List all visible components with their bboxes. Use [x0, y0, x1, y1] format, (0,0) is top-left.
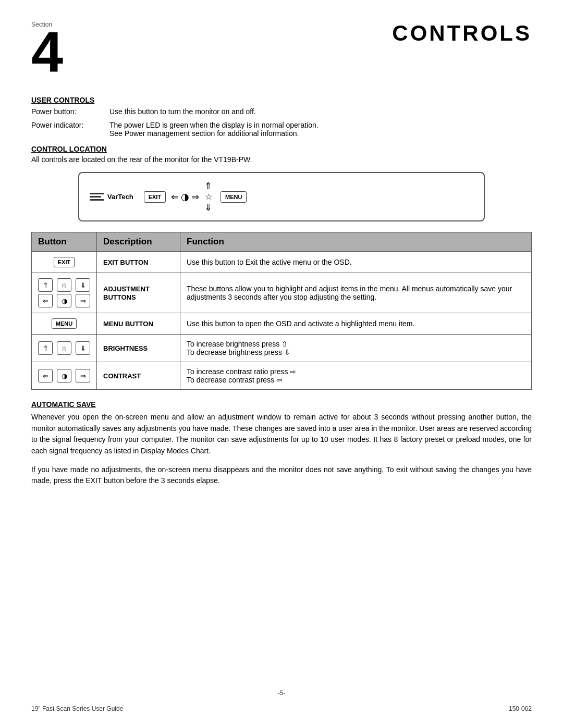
power-indicator-row: Power indicator: The power LED is green … — [31, 121, 532, 138]
monitor-logo: VarTech — [90, 193, 133, 201]
down-btn-icon: ⇓ — [76, 278, 90, 292]
vartech-logo-icon — [90, 193, 104, 201]
logo-text: VarTech — [107, 193, 133, 201]
brightness-func-line1: To increase brightness press ⇧ — [187, 340, 525, 348]
adj-func-cell: These buttons allow you to highlight and… — [180, 273, 532, 313]
diagram-menu-btn: MENU — [221, 191, 247, 203]
contrast-right-icon: ⇒ — [76, 369, 90, 382]
adj-func-text: These buttons allow you to highlight and… — [187, 285, 512, 301]
table-row-contrast: ⇐ ◑ ⇒ CONTRAST To increase contrast rati… — [32, 362, 532, 390]
sun-btn-icon: ☆ — [57, 278, 71, 292]
menu-desc-label: MENU BUTTON — [103, 320, 153, 328]
contrast-btn-icon: ◑ — [57, 294, 71, 307]
exit-small-btn: EXIT — [54, 257, 75, 267]
logo-line-2 — [90, 196, 101, 198]
adj-buttons-grid: ⇑ ☆ ⇓ ⇐ ◑ ⇒ — [38, 278, 90, 307]
adj-row-bottom: ⇐ ◑ ⇒ — [38, 294, 90, 307]
diagram-updown: ⇑ ☆ ⇓ — [204, 180, 212, 213]
footer-left: 19" Fast Scan Series User Guide — [31, 705, 123, 712]
brightness-desc-label: BRIGHTNESS — [103, 344, 148, 352]
exit-btn-cell: EXIT — [32, 252, 97, 273]
right-arrow-icon: ⇒ — [191, 191, 199, 203]
exit-desc-label: EXIT BUTTON — [103, 258, 148, 266]
brightness-adj-row: ⇑ ☆ ⇓ — [38, 341, 90, 355]
contrast-adj-grid: ⇐ ◑ ⇒ — [38, 369, 90, 382]
down-arrow-icon: ⇓ — [204, 202, 212, 213]
footer-right: 150-062 — [509, 705, 532, 712]
power-button-text: Use this button to turn the monitor on a… — [109, 107, 532, 116]
power-indicator-label: Power indicator: — [31, 121, 109, 138]
exit-desc-cell: EXIT BUTTON — [97, 252, 180, 273]
contrast-left-icon: ⇐ — [38, 369, 53, 382]
contrast-icon: ◑ — [181, 191, 189, 203]
sun-row: ☆ — [205, 192, 212, 202]
page-title: CONTROLS — [392, 21, 532, 46]
adj-row-top: ⇑ ☆ ⇓ — [38, 278, 90, 292]
table-row-exit: EXIT EXIT BUTTON Use this button to Exit… — [32, 252, 532, 273]
diagram-exit-btn: EXIT — [144, 191, 166, 203]
control-location-heading: CONTROL LOCATION — [31, 145, 532, 153]
menu-desc-cell: MENU BUTTON — [97, 313, 180, 335]
footer-center: -5- — [278, 689, 286, 697]
menu-btn-cell: MENU — [32, 313, 97, 335]
power-indicator-line2: See Power management section for additio… — [109, 129, 532, 138]
automatic-save-heading: AUTOMATIC SAVE — [31, 400, 532, 409]
adj-desc-label: ADJUSTMENTBUTTONS — [103, 285, 150, 301]
power-indicator-text: The power LED is green when the display … — [109, 121, 532, 138]
table-row-menu: MENU MENU BUTTON Use this button to open… — [32, 313, 532, 335]
exit-func-text: Use this button to Exit the active menu … — [187, 258, 352, 266]
exit-func-cell: Use this button to Exit the active menu … — [180, 252, 532, 273]
power-indicator-line1: The power LED is green when the display … — [109, 121, 532, 129]
contrast-circle-icon: ◑ — [57, 369, 71, 382]
page-header: Section 4 CONTROLS — [31, 21, 532, 91]
brightness-down-icon: ⇓ — [76, 341, 90, 355]
section-number: 4 — [31, 23, 63, 80]
power-button-row: Power button: Use this button to turn th… — [31, 107, 532, 116]
sun-icon: ☆ — [205, 192, 212, 202]
brightness-desc-cell: BRIGHTNESS — [97, 335, 180, 362]
table-row-brightness: ⇑ ☆ ⇓ BRIGHTNESS To increase brightness … — [32, 335, 532, 362]
up-btn-icon: ⇑ — [38, 278, 53, 292]
menu-func-text: Use this button to open the OSD and acti… — [187, 319, 414, 328]
contrast-adj-row: ⇐ ◑ ⇒ — [38, 369, 90, 382]
left-btn-icon: ⇐ — [38, 294, 53, 307]
brightness-adj-grid: ⇑ ☆ ⇓ — [38, 341, 90, 355]
brightness-btn-cell: ⇑ ☆ ⇓ — [32, 335, 97, 362]
col-header-description: Description — [97, 232, 180, 252]
brightness-func-cell: To increase brightness press ⇧ To decrea… — [180, 335, 532, 362]
right-btn-icon: ⇒ — [76, 294, 90, 307]
automatic-save-section: AUTOMATIC SAVE Whenever you open the on-… — [31, 400, 532, 487]
automatic-save-paragraph2: If you have made no adjustments, the on-… — [31, 464, 532, 487]
col-header-function: Function — [180, 232, 532, 252]
contrast-desc-label: CONTRAST — [103, 372, 141, 380]
logo-line-3 — [90, 199, 104, 201]
menu-func-cell: Use this button to open the OSD and acti… — [180, 313, 532, 335]
control-location-section: CONTROL LOCATION All controls are locate… — [31, 145, 532, 164]
brightness-sun-icon: ☆ — [57, 341, 71, 355]
contrast-func-line1: To increase contrast ratio press ⇨ — [187, 367, 525, 376]
adj-btn-cell: ⇑ ☆ ⇓ ⇐ ◑ ⇒ — [32, 273, 97, 313]
menu-small-btn: MENU — [52, 318, 77, 329]
brightness-func-line2: To decrease brightness press ⇩ — [187, 348, 525, 356]
left-arrow-icon: ⇐ — [171, 191, 179, 203]
up-arrow-icon: ⇑ — [204, 180, 212, 192]
adj-desc-cell: ADJUSTMENTBUTTONS — [97, 273, 180, 313]
user-controls-section: USER CONTROLS Power button: Use this but… — [31, 96, 532, 138]
page-footer: 19" Fast Scan Series User Guide -5- 150-… — [31, 705, 532, 712]
col-header-button: Button — [32, 232, 97, 252]
diagram-lr-arrows: ⇐ ◑ ⇒ — [171, 191, 199, 203]
contrast-btn-cell: ⇐ ◑ ⇒ — [32, 362, 97, 390]
contrast-func-line2: To decrease contrast press ⇦ — [187, 376, 525, 384]
automatic-save-paragraph1: Whenever you open the on-screen menu and… — [31, 412, 532, 457]
controls-table: Button Description Function EXIT EXIT BU… — [31, 232, 532, 390]
contrast-desc-cell: CONTRAST — [97, 362, 180, 390]
contrast-func-cell: To increase contrast ratio press ⇨ To de… — [180, 362, 532, 390]
control-location-text: All controls are located on the rear of … — [31, 155, 532, 164]
power-button-label: Power button: — [31, 107, 109, 116]
brightness-up-icon: ⇑ — [38, 341, 53, 355]
table-row-adjustment: ⇑ ☆ ⇓ ⇐ ◑ ⇒ ADJUSTMENTBUTTONS These butt… — [32, 273, 532, 313]
monitor-diagram: VarTech EXIT ⇐ ◑ ⇒ ⇑ ☆ ⇓ MENU — [78, 172, 485, 221]
user-controls-heading: USER CONTROLS — [31, 96, 532, 104]
logo-line-1 — [90, 193, 104, 194]
